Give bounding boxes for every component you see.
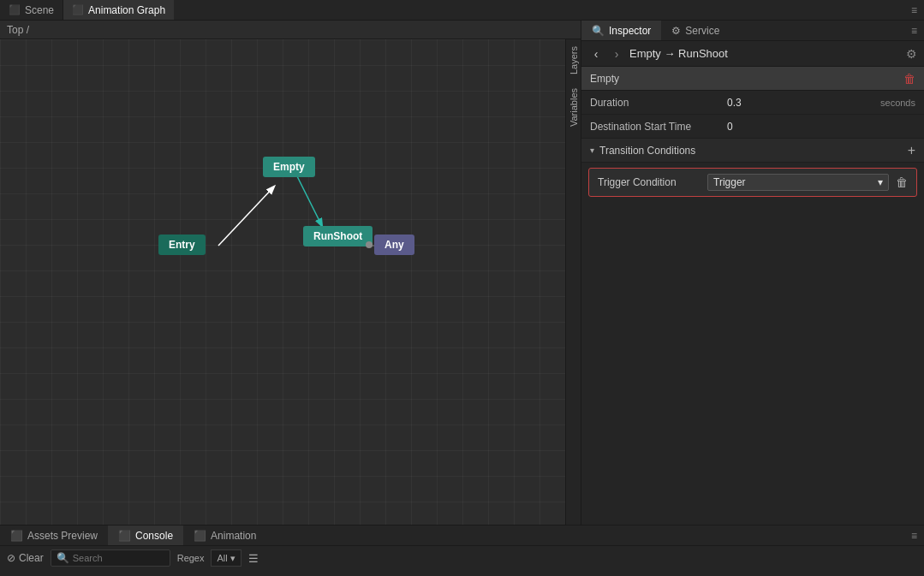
condition-delete-icon: 🗑	[896, 175, 908, 189]
duration-row: Duration 0.3 seconds	[581, 91, 924, 115]
bottom-menu-button[interactable]: ≡	[904, 526, 924, 545]
duration-unit: seconds	[880, 98, 915, 108]
inspector-tab[interactable]: 🔍 Inspector	[581, 21, 661, 40]
condition-row: Trigger Condition Trigger ▾ 🗑	[588, 168, 917, 197]
search-icon: 🔍	[57, 552, 69, 564]
add-condition-button[interactable]: +	[908, 144, 915, 157]
inspector-menu-button[interactable]: ≡	[904, 25, 924, 37]
inspector-tab-label: Inspector	[609, 25, 651, 37]
inspector-fields: Duration 0.3 seconds Destination Start T…	[581, 91, 924, 202]
dest-start-row: Destination Start Time 0	[581, 115, 924, 139]
node-runshoot-label: RunShoot	[313, 230, 362, 242]
animation-icon: ⬛	[194, 530, 206, 542]
graph-menu-button[interactable]: ≡	[904, 0, 924, 20]
inspector-nav: ‹ › Empty → RunShoot ⚙	[581, 41, 924, 67]
top-bar: ⬛ Scene ⬛ Animation Graph ≡	[0, 0, 924, 21]
service-icon: ⚙	[671, 25, 681, 37]
add-icon: +	[908, 143, 915, 157]
inspector-header: 🔍 Inspector ⚙ Service ≡	[581, 21, 924, 41]
node-any-label: Any	[385, 239, 404, 251]
scene-tab[interactable]: ⬛ Scene	[0, 0, 63, 20]
bottom-tabs: ⬛ Assets Preview ⬛ Console ⬛ Animation ≡	[0, 526, 924, 546]
svg-line-0	[218, 187, 274, 246]
condition-dropdown[interactable]: Trigger ▾	[707, 174, 889, 191]
nav-forward-button[interactable]: ›	[609, 46, 624, 62]
node-any[interactable]: Any	[374, 235, 414, 255]
graph-arrows	[0, 39, 581, 525]
nav-back-button[interactable]: ‹	[588, 46, 604, 62]
graph-canvas[interactable]: Entry Empty RunShoot Any Layers Variable…	[0, 39, 581, 525]
delete-icon: 🗑	[903, 72, 915, 86]
dest-start-label: Destination Start Time	[590, 121, 727, 133]
settings-button[interactable]: ⚙	[906, 47, 917, 61]
state-delete-button[interactable]: 🗑	[903, 72, 915, 86]
duration-value[interactable]: 0.3	[727, 97, 880, 109]
top-bar-left: ⬛ Scene ⬛ Animation Graph ≡	[0, 0, 924, 20]
node-empty-label: Empty	[273, 161, 305, 173]
search-box: 🔍	[51, 549, 170, 567]
main-area: Top /	[0, 21, 924, 525]
search-input[interactable]	[73, 553, 164, 563]
assets-preview-tab-label: Assets Preview	[27, 530, 98, 542]
bottom-toolbar: ⊘ Clear 🔍 Regex All ▾ ☰	[0, 546, 924, 570]
node-entry-label: Entry	[169, 239, 195, 251]
inspector-panel: 🔍 Inspector ⚙ Service ≡ ‹ › Empty → RunS…	[581, 21, 924, 525]
inspector-menu-icon: ≡	[911, 25, 917, 37]
inspector-icon: 🔍	[592, 25, 605, 37]
breadcrumb-text: Top /	[7, 24, 29, 36]
layers-label: Layers	[569, 46, 579, 74]
variables-tab[interactable]: Variables	[566, 81, 581, 134]
service-tab-label: Service	[685, 25, 719, 37]
filter-all-label: All	[217, 553, 227, 563]
breadcrumb: Top /	[0, 21, 581, 39]
svg-line-1	[297, 176, 322, 226]
clear-button[interactable]: ⊘ Clear	[7, 552, 44, 564]
node-runshoot[interactable]: RunShoot	[303, 226, 373, 246]
graph-menu-icon: ≡	[911, 4, 917, 16]
node-empty[interactable]: Empty	[263, 157, 315, 177]
animation-tab-label: Animation	[211, 530, 256, 542]
service-tab[interactable]: ⚙ Service	[661, 21, 730, 40]
scene-tab-label: Scene	[25, 4, 54, 16]
animation-graph-tab[interactable]: ⬛ Animation Graph	[63, 0, 174, 20]
assets-preview-icon: ⬛	[10, 530, 23, 542]
console-tab-label: Console	[135, 530, 173, 542]
regex-button[interactable]: Regex	[177, 553, 205, 563]
console-tab[interactable]: ⬛ Console	[108, 526, 183, 545]
transition-title: Empty → RunShoot	[629, 47, 901, 60]
layers-tab[interactable]: Layers	[566, 39, 581, 81]
filter-dropdown[interactable]: All ▾	[211, 549, 241, 567]
animation-tab[interactable]: ⬛ Animation	[183, 526, 266, 545]
transition-conditions-section: ▾ Transition Conditions +	[581, 139, 924, 163]
variables-label: Variables	[569, 88, 579, 127]
nav-forward-icon: ›	[615, 47, 619, 61]
dest-start-value[interactable]: 0	[727, 121, 915, 133]
bottom-panel: ⬛ Assets Preview ⬛ Console ⬛ Animation ≡…	[0, 525, 924, 576]
animation-graph-icon: ⬛	[72, 4, 84, 15]
graph-panel: Top /	[0, 21, 581, 525]
duration-label: Duration	[590, 97, 727, 109]
clear-label: Clear	[19, 552, 44, 564]
assets-preview-tab[interactable]: ⬛ Assets Preview	[0, 526, 108, 545]
dropdown-arrow-icon: ▾	[878, 176, 883, 188]
condition-label: Trigger Condition	[598, 176, 700, 188]
section-title: Transition Conditions	[599, 145, 908, 157]
nav-back-icon: ‹	[594, 47, 599, 61]
filter-dropdown-arrow-icon: ▾	[230, 553, 235, 564]
condition-delete-button[interactable]: 🗑	[896, 175, 908, 189]
scene-icon: ⬛	[9, 4, 21, 15]
console-icon: ⬛	[118, 530, 131, 542]
node-entry[interactable]: Entry	[158, 235, 206, 255]
graph-side-tabs: Layers Variables	[565, 39, 581, 525]
clear-icon: ⊘	[7, 552, 15, 564]
section-collapse-icon[interactable]: ▾	[590, 145, 594, 155]
state-label: Empty	[590, 73, 619, 85]
condition-value: Trigger	[713, 176, 746, 188]
animation-graph-tab-label: Animation Graph	[88, 4, 165, 16]
dot-connector	[366, 241, 373, 248]
gear-icon: ⚙	[906, 47, 917, 61]
bottom-menu-icon: ≡	[911, 530, 917, 542]
state-bar: Empty 🗑	[581, 67, 924, 91]
log-button[interactable]: ☰	[248, 552, 259, 565]
